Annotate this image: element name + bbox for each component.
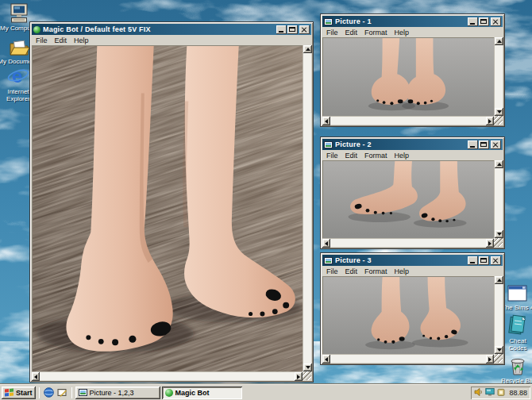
resize-grip[interactable] xyxy=(494,238,503,247)
picture-icon xyxy=(324,257,333,264)
magic-bot-menubar: File Edit Help xyxy=(32,35,311,45)
feet-render-2 xyxy=(323,161,494,238)
scroll-down-icon[interactable] xyxy=(495,346,503,354)
menu-item-file[interactable]: File xyxy=(36,37,48,44)
taskbar-task-pictures[interactable]: Picture - 1,2,3 xyxy=(75,387,160,399)
scroll-left-icon[interactable] xyxy=(322,239,330,248)
quick-launch-ie-globe-icon[interactable] xyxy=(43,387,55,398)
scroll-up-icon[interactable] xyxy=(303,45,312,53)
my-computer-icon xyxy=(10,2,29,24)
menu-item-format[interactable]: Format xyxy=(364,29,387,37)
menu-item-edit[interactable]: Edit xyxy=(345,267,358,275)
vertical-scrollbar[interactable] xyxy=(494,37,503,116)
window-title: Picture - 3 xyxy=(335,256,465,264)
menu-item-edit[interactable]: Edit xyxy=(55,37,67,44)
vertical-scrollbar[interactable] xyxy=(303,45,311,371)
scroll-right-icon[interactable] xyxy=(486,355,494,363)
volume-icon[interactable] xyxy=(474,387,484,398)
close-icon[interactable] xyxy=(491,140,501,149)
menu-item-help[interactable]: Help xyxy=(395,267,410,275)
tray-app-icon[interactable] xyxy=(496,387,506,398)
scroll-left-icon[interactable] xyxy=(32,372,40,381)
maximize-icon[interactable] xyxy=(479,140,489,149)
scroll-right-icon[interactable] xyxy=(486,117,494,125)
menu-item-help[interactable]: Help xyxy=(395,152,410,160)
menu-item-file[interactable]: File xyxy=(326,152,338,160)
picture-3-window: Picture - 3 File Edit Format Help xyxy=(320,252,505,365)
recycle-bin-icon xyxy=(509,355,526,376)
magic-bot-titlebar[interactable]: Magic Bot / Default feet 5V FIX xyxy=(32,24,311,35)
menu-item-help[interactable]: Help xyxy=(395,29,410,37)
scroll-down-icon[interactable] xyxy=(495,230,503,238)
picture-1-titlebar[interactable]: Picture - 1 xyxy=(322,16,503,27)
menu-item-format[interactable]: Format xyxy=(364,267,387,275)
task-label: Magic Bot xyxy=(175,389,210,397)
close-icon[interactable] xyxy=(491,17,501,26)
magic-bot-render-viewport xyxy=(32,45,303,371)
taskbar-task-magic-bot[interactable]: Magic Bot xyxy=(162,387,242,399)
scroll-up-icon[interactable] xyxy=(495,160,503,168)
horizontal-scrollbar[interactable] xyxy=(32,371,303,380)
taskbar-divider xyxy=(71,387,72,398)
quick-launch-show-desktop-icon[interactable] xyxy=(56,387,68,398)
picture-icon xyxy=(79,389,87,396)
taskbar-divider xyxy=(39,387,40,398)
resize-grip[interactable] xyxy=(494,354,503,363)
picture-3-menubar: File Edit Format Help xyxy=(322,266,503,276)
maximize-icon[interactable] xyxy=(479,256,489,265)
scroll-right-icon[interactable] xyxy=(486,239,494,248)
menu-item-file[interactable]: File xyxy=(326,29,338,37)
desktop-icon-label: The Sims 4 xyxy=(502,304,532,311)
scroll-left-icon[interactable] xyxy=(322,117,330,125)
desktop: My Computer My Documents e Internet Expl… xyxy=(0,0,532,400)
task-label: Picture - 1,2,3 xyxy=(90,389,134,397)
scroll-right-icon[interactable] xyxy=(295,372,303,381)
menu-item-edit[interactable]: Edit xyxy=(345,29,358,37)
window-title: Picture - 1 xyxy=(335,17,465,25)
scroll-up-icon[interactable] xyxy=(495,276,503,284)
scroll-down-icon[interactable] xyxy=(495,108,503,116)
scroll-down-icon[interactable] xyxy=(303,363,312,371)
internet-explorer-icon: e xyxy=(7,66,29,87)
resize-grip[interactable] xyxy=(494,116,503,125)
minimize-icon[interactable] xyxy=(468,140,478,149)
picture-1-viewport xyxy=(322,37,494,116)
desktop-icon-label: Recycle Bin xyxy=(501,377,532,384)
horizontal-scrollbar[interactable] xyxy=(322,116,494,125)
menu-item-format[interactable]: Format xyxy=(364,152,387,160)
display-icon[interactable] xyxy=(485,387,495,398)
scroll-up-icon[interactable] xyxy=(495,37,503,45)
windows-logo-icon xyxy=(5,389,13,397)
close-icon[interactable] xyxy=(299,25,310,34)
magic-bot-orb-icon xyxy=(165,389,173,397)
window-title: Magic Bot / Default feet 5V FIX xyxy=(43,25,274,33)
picture-3-titlebar[interactable]: Picture - 3 xyxy=(322,255,503,266)
vertical-scrollbar[interactable] xyxy=(494,160,503,238)
horizontal-scrollbar[interactable] xyxy=(322,238,494,247)
resize-grip[interactable] xyxy=(303,371,311,380)
start-label: Start xyxy=(16,389,33,397)
picture-1-window: Picture - 1 File Edit Format Help xyxy=(320,13,505,127)
picture-2-menubar: File Edit Format Help xyxy=(322,150,503,160)
app-window-icon xyxy=(507,282,528,303)
start-button[interactable]: Start xyxy=(2,387,36,399)
picture-2-titlebar[interactable]: Picture - 2 xyxy=(322,139,503,150)
menu-item-file[interactable]: File xyxy=(326,267,338,275)
picture-2-viewport xyxy=(322,160,494,238)
scroll-left-icon[interactable] xyxy=(322,355,330,363)
menu-item-edit[interactable]: Edit xyxy=(345,152,358,160)
feet-render-3 xyxy=(323,277,494,354)
picture-icon xyxy=(324,18,333,25)
minimize-icon[interactable] xyxy=(468,17,478,26)
picture-icon xyxy=(324,141,333,148)
horizontal-scrollbar[interactable] xyxy=(322,354,494,363)
menu-item-help[interactable]: Help xyxy=(74,37,89,44)
clock: 88.88 xyxy=(509,389,527,397)
maximize-icon[interactable] xyxy=(287,25,298,34)
close-icon[interactable] xyxy=(491,256,501,265)
vertical-scrollbar[interactable] xyxy=(494,276,503,354)
maximize-icon[interactable] xyxy=(479,17,489,26)
picture-1-menubar: File Edit Format Help xyxy=(322,27,503,37)
minimize-icon[interactable] xyxy=(276,25,287,34)
minimize-icon[interactable] xyxy=(468,256,478,265)
